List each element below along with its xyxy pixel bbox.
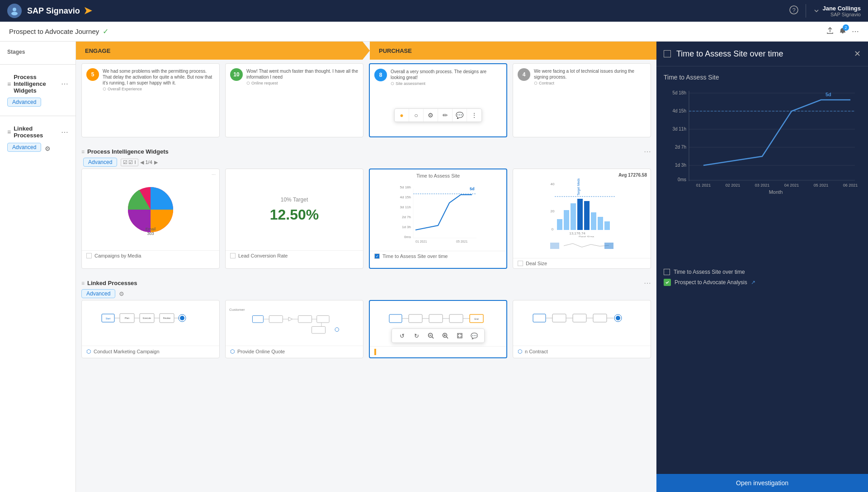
svg-rect-65 — [389, 314, 402, 323]
deal-size-card: Avg 17276.58 40 20 0 — [513, 169, 651, 269]
pi-advanced-badge-main[interactable]: Advanced — [83, 158, 117, 167]
brand-logo: SAP Signavio ➤ — [27, 5, 92, 17]
prev-page-btn[interactable]: ◀ — [140, 159, 144, 165]
pi-advanced-badge[interactable]: Advanced — [7, 98, 41, 107]
stage-engage[interactable]: ENGAGE — [76, 42, 363, 60]
svg-text:1d 3h: 1d 3h — [402, 225, 411, 229]
card-toolbar: ● ○ ⚙ ✏ 💬 ⋮ — [394, 108, 482, 122]
sign-contract-diagram — [517, 307, 647, 339]
verified-icon: ✓ — [103, 27, 108, 36]
svg-text:2d 7h: 2d 7h — [402, 215, 411, 219]
notification-icon[interactable]: 2 — [839, 27, 846, 36]
linked-section-title: Linked Processes — [14, 125, 58, 139]
pi-section-more-icon[interactable]: ⋯ — [644, 147, 651, 156]
pi-section-header-row: ≡ Process Intelligence Widgets ⋯ — [76, 143, 656, 158]
time-assess-checkbox[interactable]: ✓ — [374, 253, 380, 259]
pagination: ☑ ☑ I ◀ 1/4 ▶ — [121, 159, 157, 166]
svg-rect-63 — [312, 326, 326, 333]
svg-rect-37 — [550, 243, 559, 249]
time-assess-line-chart: 5d 18h 4d 15h 3d 11h 2d 7h 1d 3h 0ms 5d — [373, 180, 503, 244]
svg-rect-55 — [269, 315, 283, 322]
toolbar-circle-btn[interactable]: ● — [395, 109, 409, 122]
provide-online-quote-card: Customer — [225, 300, 363, 358]
pi-section-drag-icon: ≡ — [81, 149, 85, 155]
pie-chart: Email303 — [123, 183, 178, 237]
conduct-marketing-icon: ⬡ — [86, 348, 91, 355]
legend-color-2 — [664, 279, 671, 286]
next-page-btn[interactable]: ▶ — [154, 159, 158, 165]
linked-process-3-card: End ↺ ↻ 💬 — [369, 300, 507, 358]
zoom-out-btn[interactable] — [425, 330, 437, 341]
svg-text:4d 15h: 4d 15h — [400, 195, 411, 199]
legend-checkbox-1[interactable] — [664, 269, 670, 275]
linked-drag-handle-icon: ≡ — [7, 128, 11, 136]
svg-line-79 — [447, 337, 448, 339]
linked-advanced-badge-main[interactable]: Advanced — [81, 289, 115, 298]
comment-toolbar-btn[interactable]: 💬 — [468, 330, 481, 341]
check-icon: ☑ — [123, 159, 127, 165]
svg-rect-53 — [252, 315, 263, 322]
main-layout: Stages ≡ ProcessIntelligenceWidgets ⋯ Ad… — [0, 42, 868, 492]
svg-point-52 — [180, 316, 184, 320]
provide-quote-diagram — [229, 312, 359, 339]
customer-label: Customer — [229, 308, 245, 312]
user-info: Jane Collings SAP Signavio — [822, 5, 861, 17]
undo-btn[interactable]: ↺ — [396, 330, 408, 341]
open-investigation-btn[interactable]: Open investigation — [656, 474, 868, 492]
svg-text:1d 3h: 1d 3h — [675, 163, 686, 168]
chevron-down-icon — [813, 8, 820, 14]
panel-header: Time to Assess Site over time ✕ — [656, 42, 868, 66]
pi-section-menu-icon[interactable]: ⋯ — [61, 80, 68, 88]
card-more-icon[interactable]: ⋯ — [212, 173, 216, 177]
svg-point-7 — [534, 82, 537, 84]
linked-section-menu-icon[interactable]: ⋯ — [61, 128, 68, 136]
zoom-in-btn[interactable] — [439, 330, 452, 341]
svg-rect-85 — [552, 314, 566, 322]
pi-widgets-row: Email303 ⋯ Campaigns by Media 10% Target… — [76, 169, 656, 274]
more-icon[interactable]: ⋯ — [852, 27, 859, 36]
linked-advanced-badge[interactable]: Advanced — [7, 143, 41, 152]
svg-rect-69 — [429, 314, 443, 323]
svg-text:Target Median: Target Median — [577, 178, 580, 196]
campaigns-media-card: Email303 ⋯ Campaigns by Media — [81, 169, 220, 269]
external-link-icon[interactable]: ↗ — [751, 279, 755, 286]
campaigns-checkbox[interactable] — [86, 253, 92, 258]
svg-text:5d: 5d — [470, 187, 475, 191]
svg-rect-61 — [317, 315, 329, 322]
svg-text:05 2021: 05 2021 — [456, 240, 467, 243]
toolbar-more-btn[interactable]: ⋮ — [467, 109, 481, 122]
panel-close-btn[interactable]: ✕ — [854, 49, 861, 59]
legend-item-1: Time to Assess Site over time — [664, 269, 861, 275]
redo-btn[interactable]: ↻ — [410, 330, 423, 341]
toolbar-settings-btn[interactable]: ⚙ — [424, 109, 438, 122]
toolbar-comment-btn[interactable]: 💬 — [453, 109, 467, 122]
toolbar-edit-btn[interactable]: ✏ — [438, 109, 453, 122]
share-icon[interactable] — [826, 27, 834, 36]
linked-section-drag-icon: ≡ — [81, 280, 85, 286]
linked-gear-icon[interactable]: ⚙ — [45, 145, 51, 152]
lead-conversion-footer: Lead Conversion Rate — [226, 250, 363, 261]
lead-checkbox[interactable] — [230, 253, 236, 258]
stage-purchase[interactable]: PURCHASE — [370, 42, 656, 60]
svg-text:3d 11h: 3d 11h — [400, 205, 411, 209]
notification-badge: 2 — [843, 24, 849, 31]
help-icon[interactable]: ? — [789, 5, 798, 17]
svg-rect-38 — [604, 243, 613, 249]
deal-size-checkbox[interactable] — [518, 261, 523, 266]
panel-checkbox[interactable] — [664, 50, 671, 57]
svg-rect-30 — [584, 201, 590, 230]
svg-text:Month: Month — [769, 189, 783, 195]
svg-point-5 — [247, 82, 250, 84]
linked-3-footer — [370, 346, 506, 357]
sub-header: Prospect to Advocate Journey ✓ 2 ⋯ — [0, 22, 868, 42]
svg-text:06 2021: 06 2021 — [843, 183, 858, 187]
linked-gear-icon-main[interactable]: ⚙ — [119, 291, 124, 297]
linked-3-toolbar: ↺ ↻ 💬 — [392, 328, 485, 343]
svg-rect-31 — [591, 212, 596, 230]
fit-btn[interactable] — [453, 330, 466, 341]
svg-point-4 — [103, 88, 106, 90]
toolbar-empty-btn[interactable]: ○ — [409, 109, 424, 122]
feedback-card-2: 10 Wow! That went much faster than thoug… — [225, 63, 363, 137]
svg-text:2d 7h: 2d 7h — [675, 145, 686, 150]
linked-section-more-icon[interactable]: ⋯ — [644, 279, 651, 287]
